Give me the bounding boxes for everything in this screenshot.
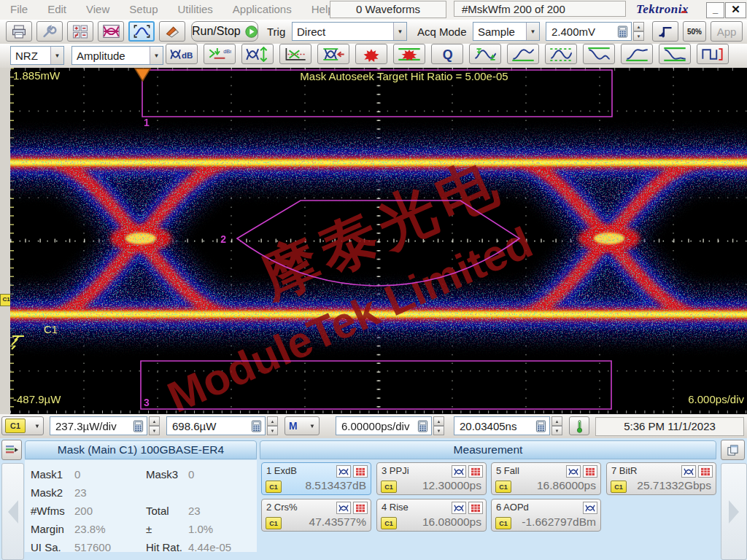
eye-stat-icon[interactable] — [336, 465, 351, 478]
eye-stat-icon[interactable] — [566, 465, 581, 478]
math-button[interactable] — [67, 21, 93, 42]
measurement-panel-header[interactable]: Measurement — [260, 440, 716, 459]
vertical-scale-value: 237.3µW/div — [50, 420, 130, 432]
measure-low-button[interactable] — [659, 44, 691, 64]
eye-stat-icon[interactable] — [681, 465, 696, 478]
step-down-icon[interactable]: ▼ — [433, 426, 444, 435]
run-stop-button[interactable]: Run/Stop — [191, 21, 258, 42]
eye-stat-icon[interactable] — [452, 502, 466, 514]
measure-crossing-button[interactable] — [279, 44, 311, 64]
clear-display-button[interactable] — [159, 21, 185, 42]
measure-eye-width-button[interactable] — [317, 44, 349, 64]
horizontal-position-stepper[interactable]: ▲▼ — [551, 416, 562, 435]
setup-tools-button[interactable] — [36, 21, 63, 42]
source-chip: C1 — [266, 517, 282, 529]
measure-levels-button[interactable] — [545, 44, 577, 64]
menu-applications[interactable]: Applications — [233, 3, 292, 15]
step-up-icon[interactable]: ▲ — [149, 416, 160, 426]
trigger-level-input[interactable]: 2.400mV — [546, 22, 632, 41]
vertical-scale-input[interactable]: 237.3µW/div — [50, 416, 147, 435]
collapse-panel-left-button[interactable] — [1, 463, 24, 560]
horizontal-position-input[interactable]: 20.03405ns — [454, 416, 550, 435]
vertical-scale-stepper[interactable]: ▲▼ — [149, 416, 160, 435]
measure-extinction-db-button[interactable] — [166, 44, 198, 64]
measurement-card-rise[interactable]: 4 Rise C1 16.08000ps — [376, 499, 487, 532]
measure-rise-button[interactable] — [507, 44, 539, 64]
measurement-card-exdb[interactable]: 1 ExdB C1 8.513437dB — [261, 462, 371, 495]
menu-file[interactable]: File — [10, 3, 28, 15]
measure-pulse-width-button[interactable] — [697, 44, 729, 64]
keypad-icon[interactable] — [533, 418, 549, 434]
measure-high-button[interactable] — [621, 44, 653, 64]
mask-panel-header[interactable]: Mask (Main C1) 100GBASE-ER4 — [25, 440, 257, 459]
close-button[interactable]: ✕ — [725, 2, 746, 18]
mask-stat-icon[interactable] — [468, 502, 483, 514]
step-down-icon[interactable]: ▼ — [267, 426, 278, 435]
measurement-card-crossing[interactable]: 2 Crs% C1 47.43577% — [261, 499, 371, 532]
waveform-display[interactable]: C1 — [0, 68, 747, 414]
step-up-icon[interactable]: ▲ — [267, 416, 278, 426]
acq-mode-dropdown[interactable]: Sample▼ — [473, 22, 540, 41]
measure-dbm-button[interactable] — [204, 44, 236, 64]
measurement-card-bitrate[interactable]: 7 BitR C1 25.71332Gbps — [606, 462, 716, 495]
step-down-icon[interactable]: ▼ — [149, 426, 160, 435]
trigger-level-stepper[interactable]: ▲▼ — [633, 22, 644, 41]
mask-test-button[interactable] — [98, 21, 124, 42]
measurement-card-aopd[interactable]: 6 AOPd C1 -1.662797dBm — [491, 499, 601, 532]
menu-view[interactable]: View — [86, 3, 109, 15]
eye-left-arrow-icon — [322, 47, 345, 62]
measure-fall-button[interactable] — [583, 44, 615, 64]
horizontal-scale-stepper[interactable]: ▲▼ — [433, 416, 444, 435]
trigger-slope-button[interactable] — [652, 21, 678, 42]
trigger-source-dropdown[interactable]: Direct▼ — [292, 22, 407, 41]
mask-stat-icon[interactable] — [468, 465, 483, 478]
eye-stat-icon[interactable] — [583, 502, 597, 514]
step-up-icon[interactable]: ▲ — [633, 22, 644, 31]
minimize-button[interactable]: _ — [706, 2, 724, 18]
measure-qfactor-button[interactable] — [431, 44, 463, 64]
vertical-offset-input[interactable]: 698.6µW — [166, 416, 266, 435]
eye-stat-icon[interactable] — [336, 502, 351, 514]
menu-setup[interactable]: Setup — [129, 3, 158, 15]
signal-type-dropdown[interactable]: NRZ▼ — [10, 46, 64, 65]
keypad-icon[interactable] — [130, 418, 146, 434]
expand-panel-right-button[interactable] — [721, 463, 747, 560]
step-up-icon[interactable]: ▲ — [433, 416, 444, 426]
temperature-status-button[interactable] — [569, 416, 589, 435]
wave-fall-bothlines-icon — [663, 47, 686, 62]
waveform-zoom-button[interactable] — [128, 21, 155, 42]
math-chip: M — [289, 420, 298, 432]
keypad-icon[interactable] — [248, 418, 264, 434]
print-button[interactable] — [6, 21, 32, 42]
mask-stat-icon[interactable] — [583, 465, 597, 478]
set-50-percent-button[interactable]: 50% — [683, 21, 706, 42]
step-up-icon[interactable]: ▲ — [551, 416, 562, 426]
keypad-icon[interactable] — [614, 23, 630, 39]
measure-eye-amplitude-button[interactable] — [241, 44, 274, 64]
math-select-dropdown[interactable]: M ▼ — [285, 416, 320, 435]
vertical-offset-value: 698.6µW — [167, 420, 248, 432]
measurement-card-fall[interactable]: 5 Fall C1 16.86000ps — [491, 462, 601, 495]
horizontal-scale-input[interactable]: 6.00000ps/div — [336, 416, 432, 435]
mask-stat-icon[interactable] — [698, 465, 713, 478]
vertical-offset-stepper[interactable]: ▲▼ — [267, 416, 278, 435]
mask-stat-icon[interactable] — [353, 465, 368, 478]
measure-category-dropdown[interactable]: Amplitude▼ — [71, 46, 163, 65]
app-button[interactable]: App — [711, 21, 743, 42]
step-down-icon[interactable]: ▼ — [633, 31, 644, 41]
menu-utilities[interactable]: Utilities — [177, 3, 212, 15]
eye-stat-icon[interactable] — [452, 465, 466, 478]
measure-mean-button[interactable] — [469, 44, 501, 64]
menu-edit[interactable]: Edit — [47, 3, 66, 15]
measurement-card-ppji[interactable]: 3 PPJi C1 12.30000ps — [376, 462, 487, 495]
step-down-icon[interactable]: ▼ — [551, 426, 562, 435]
measure-jitter-button[interactable] — [355, 44, 387, 64]
waveform-list-button[interactable] — [1, 440, 22, 460]
duplicate-panel-button[interactable] — [721, 440, 745, 460]
channel-select-dropdown[interactable]: C1 ▼ — [1, 416, 44, 435]
mask-stat-icon[interactable] — [353, 502, 368, 514]
measure-noise-button[interactable] — [393, 44, 425, 64]
eraser-icon — [164, 25, 181, 38]
mask-results-row: Margin23.8% ±1.0% — [25, 520, 257, 538]
keypad-icon[interactable] — [414, 418, 430, 434]
